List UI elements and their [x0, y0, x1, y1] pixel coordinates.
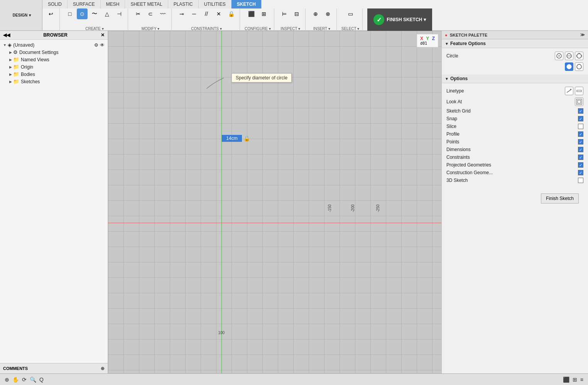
statusbar-pan-icon[interactable]: ✋ [12, 377, 19, 383]
statusbar-view-icon3[interactable]: ≡ [580, 377, 583, 383]
constraints-checkbox[interactable]: ✓ [578, 155, 583, 160]
insert-icon1[interactable]: ⊕ [310, 8, 321, 19]
lock-icon[interactable]: 🔒 [243, 135, 250, 141]
dimensions-checkmark: ✓ [579, 148, 582, 152]
constraints-label[interactable]: CONSTRAINTS ▾ [191, 27, 221, 31]
circle-hollow-btn[interactable] [575, 62, 583, 71]
triangle-tool[interactable]: △ [101, 8, 112, 19]
circle-filled-btn[interactable] [565, 62, 573, 71]
sketch-palette-panel: ● SKETCH PALETTE ≫ ▼ Feature Options Cir… [441, 31, 588, 373]
finish-check-icon: ✓ [373, 14, 384, 25]
look-at-btn[interactable] [575, 98, 583, 106]
modify-label[interactable]: MODIFY ▾ [142, 27, 159, 31]
tree-item-named-views[interactable]: ▶ 📁 Named Views [0, 56, 108, 63]
construction-geometry-checkbox[interactable]: ✓ [578, 170, 583, 175]
configure-icon2[interactable]: ⊞ [259, 8, 269, 19]
inspect-label[interactable]: INSPECT ▾ [280, 27, 300, 31]
perpendicular-tool[interactable]: ✕ [213, 8, 224, 19]
tree-item-root[interactable]: ▼ ◈ (Unsaved) ⚙ 👁 [0, 41, 108, 49]
3d-sketch-checkbox[interactable] [578, 178, 583, 183]
design-button[interactable]: DESIGN ▾ [0, 0, 42, 30]
projected-geometries-checkbox[interactable]: ✓ [578, 162, 583, 168]
feature-options-section-header[interactable]: ▼ Feature Options [442, 39, 588, 48]
tab-surface[interactable]: SURFACE [68, 0, 101, 8]
tree-item-origin[interactable]: ▶ 📁 Origin [0, 63, 108, 71]
tree-arrow-origin: ▶ [9, 65, 12, 69]
circle-center-diameter-btn[interactable] [555, 52, 563, 60]
coincident-tool[interactable]: ⊸ [176, 8, 187, 19]
trim-tool[interactable]: ✂ [133, 8, 144, 19]
rectangle-tool[interactable]: □ [64, 8, 75, 19]
line-tool[interactable]: ⊣ [114, 8, 125, 19]
dimensions-row: Dimensions ✓ [442, 146, 588, 153]
svg-point-27 [577, 64, 581, 69]
xyz-indicator: X Y Z d01 [417, 34, 438, 47]
snap-checkbox[interactable]: ✓ [578, 116, 583, 121]
comments-add-icon[interactable]: ⊕ [101, 366, 105, 371]
tab-plastic[interactable]: PLASTIC [168, 0, 199, 8]
toolbar-inspect-group: ⊨ ⊟ INSPECT ▾ [276, 8, 306, 31]
svg-point-23 [576, 55, 578, 57]
tree-item-doc-settings[interactable]: ▶ ⚙ Document Settings [0, 49, 108, 56]
finish-sketch-toolbar-button[interactable]: ✓ FINISH SKETCH ▾ [367, 8, 432, 31]
statusbar-view-icon1[interactable]: ⬛ [563, 377, 569, 383]
tree-item-sketches[interactable]: ▶ 📁 Sketches [0, 78, 108, 85]
statusbar-view-icon2[interactable]: ⊞ [573, 377, 577, 383]
tab-mesh[interactable]: MESH [101, 0, 125, 8]
profile-checkbox[interactable]: ✓ [578, 131, 583, 137]
circle-tool[interactable]: ⊙ [77, 8, 88, 19]
circle-3point-btn[interactable] [575, 52, 583, 60]
tree-arrow-root: ▼ [3, 43, 7, 47]
spline-tool[interactable]: 〜 [89, 8, 100, 19]
tab-utilities[interactable]: UTILITIES [199, 0, 231, 8]
tab-solid[interactable]: SOLID [42, 0, 68, 8]
slice-checkbox[interactable] [578, 124, 583, 129]
inspect-icon1[interactable]: ⊨ [279, 8, 290, 19]
tree-gear-icon[interactable]: ⚙ [94, 42, 98, 48]
browser-close-icon[interactable]: ✕ [101, 32, 105, 38]
tree-label-bodies: Bodies [21, 72, 105, 77]
configure-label[interactable]: CONFIGURE ▾ [245, 27, 271, 31]
statusbar-orbit-icon[interactable]: ⟳ [22, 377, 27, 383]
lock-tool[interactable]: 🔒 [226, 8, 237, 19]
horizontal-tool[interactable]: ─ [189, 8, 199, 19]
canvas-area[interactable]: -150 -200 -250 100 [108, 31, 441, 373]
points-checkbox[interactable]: ✓ [578, 139, 583, 145]
linetype-btn1[interactable] [565, 87, 573, 95]
linetype-btn2[interactable] [575, 87, 583, 95]
undo-button[interactable]: ↩ [46, 8, 56, 19]
offset-tool[interactable]: ⊂ [145, 8, 156, 19]
statusbar-zoom-icon[interactable]: 🔍 [30, 377, 36, 383]
tab-sketch[interactable]: SKETCH [231, 0, 262, 8]
circle-2point-btn[interactable] [565, 52, 573, 60]
statusbar-navigate-icon[interactable]: ⊕ [5, 377, 9, 383]
insert-icon2[interactable]: ⊗ [323, 8, 333, 19]
panel-expand-icon[interactable]: ≫ [580, 32, 585, 37]
statusbar-fit-icon[interactable]: Q [39, 377, 44, 383]
browser-collapse-icon[interactable]: ◀◀ [3, 32, 10, 38]
create-label[interactable]: CREATE ▾ [85, 27, 104, 31]
tab-sheet-metal[interactable]: SHEET METAL [125, 0, 168, 8]
select-label[interactable]: SELECT ▾ [341, 27, 360, 31]
options-content: Linetype Look At [442, 83, 588, 187]
tree-eye-icon[interactable]: 👁 [100, 42, 105, 48]
options-section-header[interactable]: ▼ Options [442, 74, 588, 83]
svg-point-25 [579, 53, 580, 54]
select-icon[interactable]: ▭ [345, 8, 356, 19]
finish-sketch-panel-button[interactable]: Finish Sketch [541, 193, 579, 203]
inspect-icon2[interactable]: ⊟ [291, 8, 302, 19]
insert-label[interactable]: INSERT ▾ [313, 27, 330, 31]
configure-icon1[interactable]: ⬛ [246, 8, 257, 19]
circle-controls [555, 52, 583, 60]
projected-geometries-checkmark: ✓ [579, 163, 582, 167]
sketch-grid-checkbox[interactable]: ✓ [578, 108, 583, 114]
tree-item-bodies[interactable]: ▶ 📁 Bodies [0, 71, 108, 78]
panel-header: ● SKETCH PALETTE ≫ [442, 31, 588, 39]
toolbar-tabs: SOLID SURFACE MESH SHEET METAL PLASTIC U… [42, 0, 588, 8]
fillet-tool[interactable]: 〰 [157, 8, 168, 19]
dimensions-checkbox[interactable]: ✓ [578, 147, 583, 152]
y-axis-label: Y [426, 36, 429, 41]
parallel-tool[interactable]: // [201, 8, 212, 19]
dimension-input[interactable] [222, 135, 242, 142]
svg-point-26 [567, 64, 571, 69]
